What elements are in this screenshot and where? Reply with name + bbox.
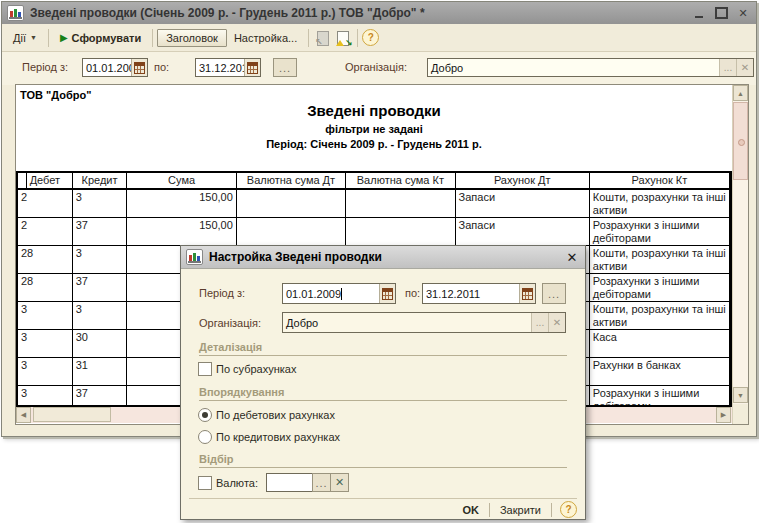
dialog-period-from-input[interactable]: 01.01.2009 [282, 283, 396, 304]
currency-picker-button[interactable]: ... [312, 473, 331, 492]
table-cell[interactable]: 3 [18, 386, 73, 407]
vertical-scroll-thumb[interactable] [733, 102, 748, 180]
maximize-icon [715, 7, 728, 19]
scroll-left-button[interactable]: ◀ [16, 407, 31, 423]
actions-label: Дії [13, 32, 26, 44]
settings-dialog: Настройка Зведені проводки ✕ Період з: 0… [180, 245, 586, 520]
table-cell[interactable]: Розрахунки з іншими дебіторами [590, 386, 730, 407]
table-cell[interactable]: Кошти, розрахунки та інші активи [590, 246, 730, 274]
dialog-close-button[interactable]: ✕ [564, 250, 580, 264]
button-separator [551, 503, 552, 517]
currency-checkbox[interactable] [198, 476, 212, 490]
table-cell[interactable] [346, 190, 455, 218]
run-report-button[interactable]: ▶ Сформувати [53, 29, 148, 47]
table-cell[interactable] [346, 218, 455, 246]
dialog-separator [189, 498, 577, 499]
calendar-button[interactable] [379, 284, 395, 303]
help-button[interactable]: ? [362, 29, 379, 46]
table-cell[interactable]: 150,00 [127, 218, 236, 246]
period-picker-button[interactable]: ... [273, 58, 297, 77]
table-cell[interactable]: 150,00 [127, 190, 236, 218]
table-cell[interactable]: 37 [73, 218, 128, 246]
table-cell[interactable] [237, 190, 346, 218]
table-cell[interactable]: 37 [73, 274, 128, 302]
table-cell[interactable]: 3 [73, 302, 128, 330]
dialog-organization-input[interactable]: Добро ... ✕ [282, 312, 566, 333]
table-cell[interactable]: 30 [73, 330, 128, 358]
order-by-credit-radio[interactable] [198, 430, 212, 444]
order-by-credit-label[interactable]: По кредитових рахунках [216, 431, 340, 443]
table-cell[interactable]: 3 [73, 190, 128, 218]
report-company: ТОВ "Добро" [20, 89, 91, 101]
restore-settings-icon[interactable]: ↖ [315, 30, 331, 46]
vertical-scrollbar[interactable]: ▲ ▼ [732, 85, 748, 424]
currency-clear-button[interactable]: ✕ [330, 473, 349, 492]
dialog-period-to-input[interactable]: 31.12.2011 [422, 283, 536, 304]
table-cell[interactable]: 3 [18, 330, 73, 358]
currency-checkbox-label[interactable]: Валюта: [216, 477, 258, 489]
report-table-header: ДебетКредитСумаВалютна сума ДтВалютна су… [18, 173, 730, 190]
organization-picker-button[interactable]: ... [719, 59, 736, 76]
maximize-button[interactable] [713, 6, 729, 20]
save-settings-icon[interactable]: ↘ [335, 30, 351, 46]
settings-button[interactable]: Настройка... [227, 29, 304, 47]
order-by-debit-radio[interactable] [198, 408, 212, 422]
table-cell[interactable]: Рахунки в банках [590, 358, 730, 386]
dialog-help-button[interactable]: ? [560, 501, 577, 518]
table-cell[interactable]: 3 [73, 246, 128, 274]
dialog-close-action-button[interactable]: Закрити [498, 502, 543, 518]
header-toggle-button[interactable]: Заголовок [157, 29, 227, 47]
report-app-icon[interactable] [7, 5, 24, 21]
settings-label: Настройка... [234, 32, 297, 44]
organization-value: Добро [428, 62, 719, 74]
table-row: 23150,00ЗапасиКошти, розрахунки та інші … [18, 190, 730, 218]
calendar-button[interactable] [519, 284, 535, 303]
table-cell[interactable]: 3 [18, 302, 73, 330]
section-filter: Відбір [199, 453, 567, 468]
organization-clear-button[interactable]: ✕ [736, 59, 753, 76]
toolbar-separator [308, 29, 309, 47]
ok-button[interactable]: OK [460, 502, 481, 518]
table-cell[interactable]: Розрахунки з іншими дебіторами [590, 218, 730, 246]
subaccounts-checkbox-label[interactable]: По субрахунках [216, 363, 297, 375]
table-cell[interactable]: Кошти, розрахунки та інші активи [590, 190, 730, 218]
run-label: Сформувати [72, 32, 142, 44]
actions-menu-button[interactable]: Дії ▼ [6, 29, 44, 47]
scroll-up-button[interactable]: ▲ [733, 85, 748, 101]
table-cell[interactable]: 37 [73, 386, 128, 407]
minimize-button[interactable] [691, 6, 707, 20]
calendar-button[interactable] [131, 59, 147, 76]
table-cell[interactable]: Запаси [456, 190, 590, 218]
horizontal-scroll-thumb[interactable] [33, 407, 111, 422]
close-button[interactable]: ✕ [735, 6, 751, 20]
dialog-period-to-value: 31.12.2011 [423, 288, 519, 300]
period-from-input[interactable]: 01.01.2009 [82, 58, 148, 77]
order-by-debit-label[interactable]: По дебетових рахунках [216, 409, 335, 421]
scroll-right-button[interactable]: ▶ [716, 407, 731, 423]
toolbar-separator [48, 29, 49, 47]
organization-label: Організація: [345, 61, 407, 73]
organization-input[interactable]: Добро ... ✕ [427, 58, 754, 77]
table-cell[interactable]: 28 [18, 274, 73, 302]
table-cell[interactable]: 31 [73, 358, 128, 386]
calendar-button[interactable] [244, 59, 260, 76]
table-cell[interactable]: Запаси [456, 218, 590, 246]
table-cell[interactable]: 28 [18, 246, 73, 274]
table-cell[interactable]: Кошти, розрахунки та інші активи [590, 302, 730, 330]
currency-input[interactable] [266, 473, 313, 492]
table-cell[interactable]: Каса [590, 330, 730, 358]
table-cell[interactable]: 3 [18, 358, 73, 386]
subaccounts-checkbox[interactable] [198, 362, 212, 376]
table-cell[interactable]: 2 [18, 190, 73, 218]
window-title: Зведені проводки (Січень 2009 р. - Груде… [30, 6, 685, 20]
scroll-down-button[interactable]: ▼ [733, 387, 748, 403]
dialog-organization-picker-button[interactable]: ... [531, 313, 548, 332]
dialog-period-picker-button[interactable]: ... [542, 283, 566, 304]
period-to-label: по: [154, 61, 169, 73]
table-cell[interactable]: Розрахунки з іншими дебіторами [590, 274, 730, 302]
calendar-icon [134, 62, 145, 74]
table-cell[interactable] [237, 218, 346, 246]
period-to-input[interactable]: 31.12.2011 [195, 58, 261, 77]
table-cell[interactable]: 2 [18, 218, 73, 246]
dialog-organization-clear-button[interactable]: ✕ [548, 313, 565, 332]
